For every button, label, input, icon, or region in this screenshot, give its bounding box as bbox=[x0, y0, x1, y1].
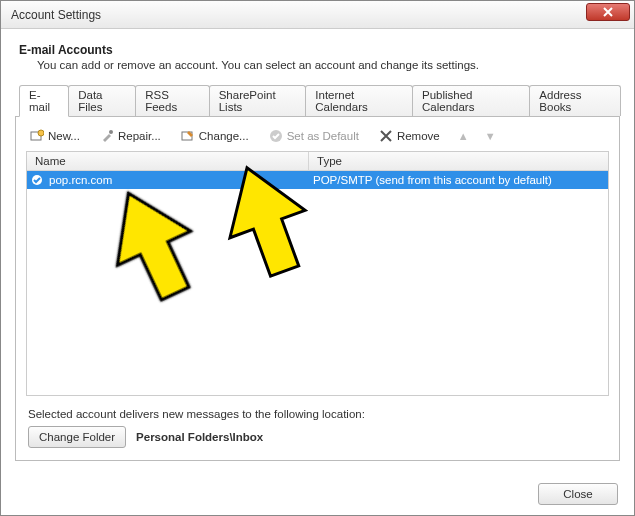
svg-point-1 bbox=[38, 130, 44, 136]
window-title: Account Settings bbox=[11, 8, 586, 22]
grid-header: Name Type bbox=[27, 152, 608, 171]
header-block: E-mail Accounts You can add or remove an… bbox=[15, 39, 620, 85]
footer-caption: Selected account delivers new messages t… bbox=[28, 408, 607, 420]
change-button[interactable]: Change... bbox=[177, 127, 253, 145]
remove-button[interactable]: Remove bbox=[375, 127, 444, 145]
content-area: E-mail Accounts You can add or remove an… bbox=[1, 29, 634, 473]
tab-internet-calendars[interactable]: Internet Calendars bbox=[305, 85, 413, 116]
column-name[interactable]: Name bbox=[27, 152, 309, 170]
grid-body: pop.rcn.com POP/SMTP (send from this acc… bbox=[27, 171, 608, 395]
remove-label: Remove bbox=[397, 130, 440, 142]
accounts-grid: Name Type pop.rcn.com POP/SMTP (send fro… bbox=[26, 151, 609, 396]
header-desc: You can add or remove an account. You ca… bbox=[37, 59, 616, 71]
change-icon bbox=[181, 129, 195, 143]
column-type[interactable]: Type bbox=[309, 152, 608, 170]
close-button[interactable]: Close bbox=[538, 483, 618, 505]
set-default-button: Set as Default bbox=[265, 127, 363, 145]
new-label: New... bbox=[48, 130, 80, 142]
tab-panel-email: New... Repair... Change... Set as Defaul… bbox=[15, 117, 620, 461]
titlebar: Account Settings bbox=[1, 1, 634, 29]
header-title: E-mail Accounts bbox=[19, 43, 616, 57]
new-button[interactable]: New... bbox=[26, 127, 84, 145]
account-settings-window: Account Settings E-mail Accounts You can… bbox=[0, 0, 635, 516]
repair-label: Repair... bbox=[118, 130, 161, 142]
table-row[interactable]: pop.rcn.com POP/SMTP (send from this acc… bbox=[27, 171, 608, 189]
repair-icon bbox=[100, 129, 114, 143]
cell-name-text: pop.rcn.com bbox=[49, 174, 112, 186]
move-down-icon: ▼ bbox=[483, 130, 498, 142]
cell-type: POP/SMTP (send from this account by defa… bbox=[309, 174, 608, 186]
folder-path: Personal Folders\Inbox bbox=[136, 431, 263, 443]
dialog-footer: Close bbox=[1, 473, 634, 515]
tab-email[interactable]: E-mail bbox=[19, 85, 69, 117]
change-label: Change... bbox=[199, 130, 249, 142]
new-icon bbox=[30, 129, 44, 143]
default-check-icon bbox=[31, 174, 43, 186]
svg-point-2 bbox=[109, 130, 113, 134]
setdefault-label: Set as Default bbox=[287, 130, 359, 142]
tab-sharepoint-lists[interactable]: SharePoint Lists bbox=[209, 85, 307, 116]
close-icon bbox=[603, 7, 613, 17]
tab-rss-feeds[interactable]: RSS Feeds bbox=[135, 85, 210, 116]
tabs-row: E-mail Data Files RSS Feeds SharePoint L… bbox=[15, 85, 620, 117]
repair-button[interactable]: Repair... bbox=[96, 127, 165, 145]
remove-icon bbox=[379, 129, 393, 143]
window-close-button[interactable] bbox=[586, 3, 630, 21]
tab-data-files[interactable]: Data Files bbox=[68, 85, 136, 116]
footer-area: Selected account delivers new messages t… bbox=[26, 396, 609, 448]
tab-address-books[interactable]: Address Books bbox=[529, 85, 621, 116]
cell-name: pop.rcn.com bbox=[27, 174, 309, 186]
change-folder-button[interactable]: Change Folder bbox=[28, 426, 126, 448]
move-up-icon: ▲ bbox=[456, 130, 471, 142]
check-circle-icon bbox=[269, 129, 283, 143]
folder-row: Change Folder Personal Folders\Inbox bbox=[28, 426, 607, 448]
tab-published-calendars[interactable]: Published Calendars bbox=[412, 85, 530, 116]
toolbar: New... Repair... Change... Set as Defaul… bbox=[26, 125, 609, 151]
